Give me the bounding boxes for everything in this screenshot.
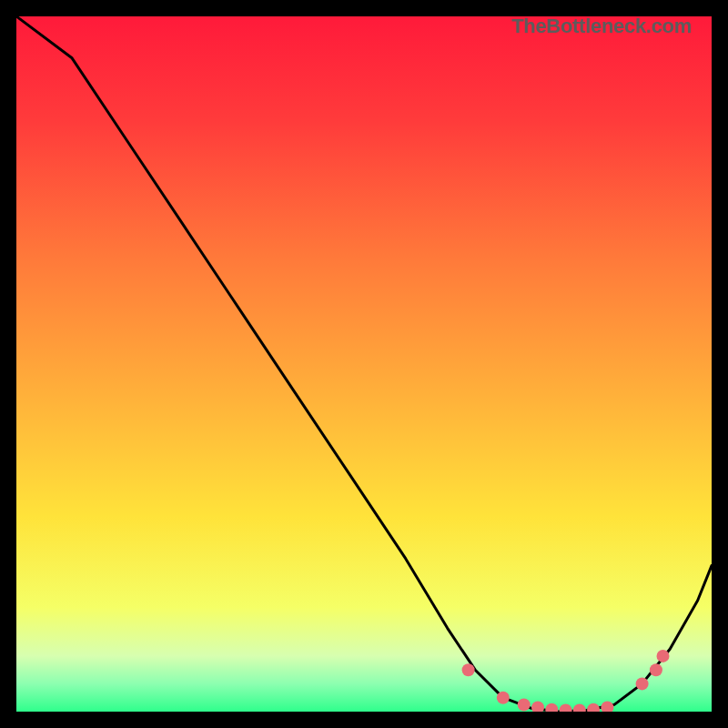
marker-dot: [497, 692, 510, 704]
chart-background: [16, 16, 712, 712]
marker-dot: [518, 698, 531, 711]
marker-dot: [657, 650, 670, 662]
attribution-text: TheBottleneck.com: [511, 15, 692, 38]
marker-dot: [650, 663, 662, 676]
bottleneck-chart: [16, 16, 712, 712]
marker-dot: [636, 677, 649, 690]
marker-dot: [462, 663, 475, 676]
chart-frame: TheBottleneck.com: [16, 16, 712, 712]
